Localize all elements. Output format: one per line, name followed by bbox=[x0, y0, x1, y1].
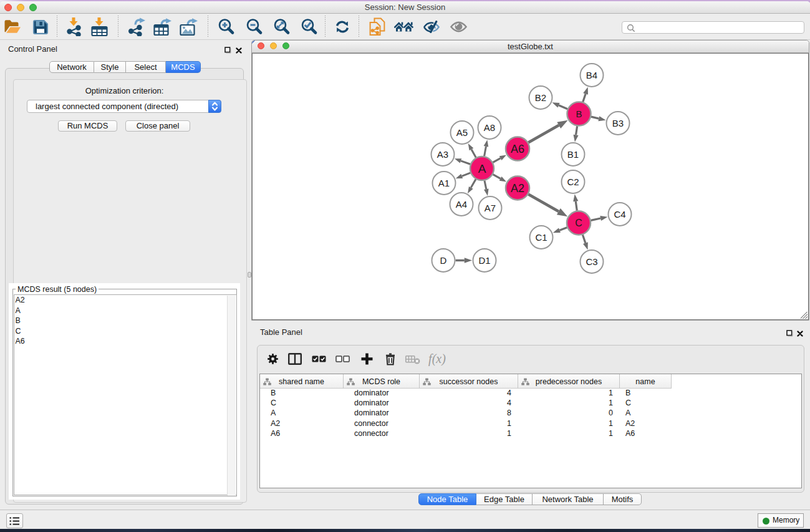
table-panel-close-icon[interactable] bbox=[797, 331, 803, 337]
column-header-shared-name[interactable]: shared name bbox=[260, 374, 344, 389]
first-neighbors-button[interactable] bbox=[394, 14, 414, 40]
import-table-button[interactable] bbox=[90, 14, 109, 40]
export-network-icon bbox=[128, 17, 148, 36]
graph-node-label: A1 bbox=[438, 178, 450, 188]
export-network-button[interactable] bbox=[128, 14, 149, 40]
graph-node-label: A5 bbox=[456, 127, 468, 138]
clone-network-button[interactable] bbox=[368, 14, 387, 40]
edge-A-A4[interactable] bbox=[471, 179, 476, 187]
table-row[interactable]: Adominator80A bbox=[260, 408, 801, 418]
edge-A-A3[interactable] bbox=[461, 161, 470, 164]
show-column-button[interactable] bbox=[287, 346, 302, 372]
table-row[interactable]: A6connector11A6 bbox=[260, 428, 801, 438]
edge-A-A1[interactable] bbox=[462, 173, 471, 176]
edge-A-A5[interactable] bbox=[471, 149, 476, 157]
tab-select[interactable]: Select bbox=[126, 61, 166, 73]
deselect-all-button[interactable] bbox=[335, 346, 350, 372]
memory-button[interactable]: Memory bbox=[758, 513, 804, 528]
control-panel-close-icon[interactable] bbox=[236, 47, 242, 54]
edge-arrowhead bbox=[600, 216, 607, 221]
function-builder-button[interactable]: f(x) bbox=[426, 346, 448, 372]
zoom-selected-button[interactable] bbox=[300, 14, 319, 40]
delete-table-button[interactable] bbox=[405, 346, 421, 372]
tab-node-table[interactable]: Node Table bbox=[418, 493, 476, 505]
tab-edge-table[interactable]: Edge Table bbox=[476, 493, 533, 505]
network-graph: AA1A2A3A4A5A6A7A8BB1B2B3B4CC1C2C3C4DD1 bbox=[253, 54, 808, 319]
optimization-criterion-select[interactable]: largest connected component (directed) bbox=[27, 100, 221, 113]
column-header-MCDS-role[interactable]: MCDS role bbox=[344, 374, 420, 389]
graph-node-label: B3 bbox=[612, 118, 624, 128]
open-session-button[interactable] bbox=[3, 14, 22, 40]
graph-node-label: A bbox=[478, 162, 486, 175]
select-all-button[interactable] bbox=[311, 346, 326, 372]
result-item[interactable]: B bbox=[14, 316, 236, 326]
mcds-result-list[interactable]: A2ABCA6 bbox=[14, 294, 237, 495]
cell-predecessor-nodes: 1 bbox=[518, 428, 620, 438]
result-item[interactable]: A6 bbox=[14, 336, 236, 347]
tab-network[interactable]: Network bbox=[49, 61, 94, 73]
edge-C-C4[interactable] bbox=[591, 218, 601, 220]
cell-successor-nodes: 4 bbox=[420, 388, 518, 398]
table-panel-float-icon[interactable] bbox=[786, 330, 793, 337]
edge-B-B3[interactable] bbox=[591, 117, 599, 118]
graph-node-label: B4 bbox=[586, 70, 597, 80]
result-item[interactable]: A2 bbox=[14, 295, 236, 306]
network-canvas[interactable]: AA1A2A3A4A5A6A7A8BB1B2B3B4CC1C2C3C4DD1 bbox=[252, 53, 809, 320]
tab-motifs[interactable]: Motifs bbox=[604, 493, 642, 505]
edge-arrowhead bbox=[583, 242, 588, 249]
delete-column-button[interactable] bbox=[383, 346, 398, 372]
edge-C-C2[interactable] bbox=[576, 201, 577, 211]
result-item[interactable]: A bbox=[14, 306, 236, 316]
close-panel-button[interactable]: Close panel bbox=[125, 120, 190, 132]
zoom-in-button[interactable] bbox=[217, 14, 236, 40]
memory-label: Memory bbox=[773, 514, 799, 527]
tab-network-table[interactable]: Network Table bbox=[533, 493, 604, 505]
show-all-button[interactable] bbox=[450, 14, 467, 40]
import-network-button[interactable] bbox=[65, 14, 84, 40]
zoom-out-button[interactable] bbox=[245, 14, 264, 40]
cell-successor-nodes: 1 bbox=[420, 428, 518, 438]
cell-name: A2 bbox=[620, 418, 672, 428]
edge-C-C3[interactable] bbox=[582, 235, 585, 243]
table-options-button[interactable] bbox=[265, 346, 280, 372]
network-window-titlebar[interactable]: testGlobe.txt bbox=[252, 41, 809, 53]
search-input[interactable] bbox=[622, 21, 804, 34]
cell-shared-name: C bbox=[260, 398, 344, 408]
mcds-result-scrollbar[interactable] bbox=[227, 296, 236, 496]
export-image-button[interactable] bbox=[179, 14, 200, 40]
column-header-name[interactable]: name bbox=[620, 374, 672, 389]
zoom-fit-icon bbox=[273, 18, 291, 36]
edge-B-B1[interactable] bbox=[576, 126, 577, 135]
edge-B-B4[interactable] bbox=[583, 94, 586, 102]
tab-style[interactable]: Style bbox=[94, 61, 126, 73]
edge-A-A2[interactable] bbox=[493, 175, 501, 179]
column-header-successor-nodes[interactable]: successor nodes bbox=[420, 374, 518, 389]
table-row[interactable]: Bdominator41B bbox=[260, 388, 801, 398]
run-mcds-button[interactable]: Run MCDS bbox=[58, 120, 117, 132]
edge-C-C1[interactable] bbox=[559, 228, 567, 231]
result-item[interactable]: C bbox=[14, 326, 236, 337]
control-panel-float-icon[interactable] bbox=[224, 47, 231, 54]
control-panel-tabs: NetworkStyleSelectMCDS bbox=[49, 61, 201, 73]
save-session-button[interactable] bbox=[32, 14, 49, 40]
column-type-icon bbox=[347, 378, 355, 385]
refresh-button[interactable] bbox=[336, 14, 349, 40]
zoom-fit-button[interactable] bbox=[272, 14, 291, 40]
edge-A6-B[interactable] bbox=[528, 125, 559, 143]
edge-arrowhead bbox=[468, 186, 473, 193]
edge-B-B2[interactable] bbox=[559, 105, 567, 109]
status-list-button[interactable] bbox=[6, 513, 23, 528]
export-table-button[interactable] bbox=[153, 14, 174, 40]
table-row[interactable]: Cdominator41C bbox=[260, 398, 801, 408]
network-resize-grip[interactable] bbox=[801, 312, 808, 319]
edge-A-A7[interactable] bbox=[485, 181, 486, 190]
hide-selected-button[interactable] bbox=[423, 14, 440, 40]
add-column-button[interactable] bbox=[359, 346, 374, 372]
column-header-predecessor-nodes[interactable]: predecessor nodes bbox=[518, 374, 620, 389]
table-row[interactable]: A2connector11A2 bbox=[260, 418, 801, 428]
tab-mcds[interactable]: MCDS bbox=[166, 61, 201, 73]
edge-A-A6[interactable] bbox=[493, 158, 501, 163]
edge-A2-C[interactable] bbox=[528, 194, 558, 211]
edge-A-A8[interactable] bbox=[485, 147, 486, 157]
memory-status-dot bbox=[763, 518, 769, 525]
